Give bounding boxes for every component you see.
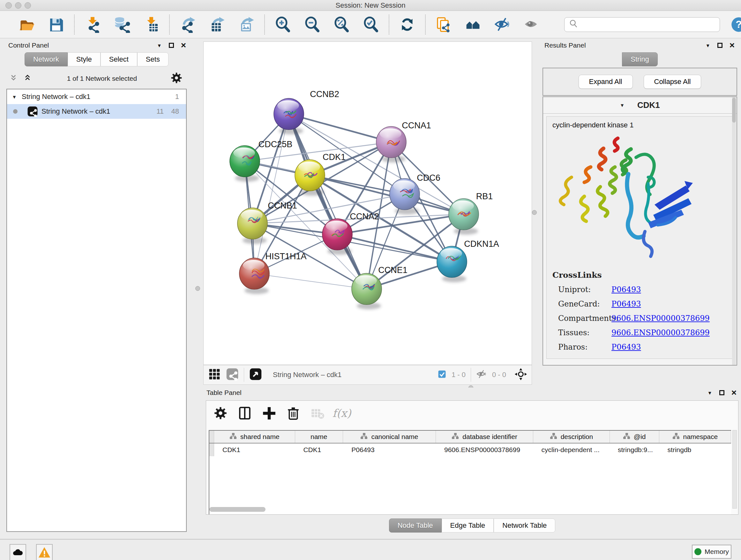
show-columns-icon[interactable] [238,406,252,421]
checkbox-icon[interactable] [437,370,447,380]
network-node-CDKN1A[interactable]: CDKN1A [437,239,499,282]
window-close-button[interactable] [5,2,12,9]
panel-close-icon[interactable]: × [181,43,186,48]
gene-name: CDK1 [637,100,660,110]
grid-view-icon[interactable] [208,368,221,382]
zoom-out-icon[interactable] [303,16,321,34]
tab-edge-table[interactable]: Edge Table [442,518,494,533]
search-box[interactable] [564,17,720,32]
export-table-icon[interactable] [208,16,226,34]
table-cell[interactable]: CDK1 [214,443,295,456]
panel-minimize-icon[interactable]: ▼ [157,43,162,48]
tab-node-table[interactable]: Node Table [389,518,442,533]
tree-collapse-icon[interactable]: ▼ [7,94,22,100]
show-all-icon[interactable] [523,16,541,34]
export-image-icon[interactable] [238,16,255,34]
new-network-from-selection-icon[interactable] [434,16,453,34]
import-network-database-icon[interactable] [113,16,131,34]
crosslink-link[interactable]: 9606.ENSP00000378699 [611,314,710,323]
expand-all-button[interactable]: Expand All [579,75,633,89]
table-cell[interactable]: 9606.ENSP00000378699 [436,443,533,456]
network-node-CDC25B[interactable]: CDC25B [230,139,292,182]
refresh-view-icon[interactable] [398,16,416,34]
crosslink-link[interactable]: P06493 [611,343,641,352]
tree-expand-collapse-icons[interactable] [10,73,34,84]
column-header-shared-name[interactable]: shared name [214,431,295,443]
left-splitter-handle[interactable] [195,286,200,291]
network-node-RB1[interactable]: RB1 [449,192,493,235]
window-minimize-button[interactable] [15,2,21,9]
add-column-icon[interactable] [262,406,276,421]
panel-close-icon[interactable]: × [731,390,737,395]
crosslink-link[interactable]: P06493 [611,285,641,294]
panel-float-icon[interactable] [719,390,724,395]
navigator-icon[interactable] [249,368,262,382]
table-row[interactable]: CDK1CDK1P064939606.ENSP00000378699cyclin… [209,443,731,456]
collapse-all-icon[interactable] [10,73,20,84]
table-vertical-scrollbar[interactable] [732,430,737,509]
window-zoom-button[interactable] [24,2,31,9]
node-table[interactable]: shared namenamecanonical namedatabase id… [209,430,731,514]
expand-all-icon[interactable] [24,73,34,84]
memory-button[interactable]: Memory [692,545,731,559]
tab-network[interactable]: Network [24,52,68,66]
right-splitter-handle[interactable] [532,210,537,215]
network-canvas[interactable]: CCNB2 CCNA1 CDC25B CDK1 CDC6 RB1 CCNB1 [203,42,532,365]
table-cell[interactable]: stringdb [659,443,731,456]
help-icon[interactable]: ? [731,17,741,33]
zoom-in-icon[interactable] [274,16,292,34]
tab-select[interactable]: Select [100,52,137,66]
crosshair-icon[interactable] [515,368,527,382]
panel-close-icon[interactable]: × [730,43,735,48]
tab-network-table[interactable]: Network Table [494,518,555,533]
panel-minimize-icon[interactable]: ▼ [705,43,711,48]
save-session-icon[interactable] [47,16,65,34]
network-node-HIST1H1A[interactable]: HIST1H1A [239,252,307,294]
network-node-CCNB2[interactable]: CCNB2 [274,89,339,134]
zoom-fit-icon[interactable] [333,16,350,34]
delete-column-icon[interactable] [286,406,300,421]
table-cell[interactable]: P06493 [343,443,436,456]
collapse-all-button[interactable]: Collapse All [644,75,701,89]
cloud-icon[interactable] [10,544,26,560]
crosslink-link[interactable]: P06493 [611,300,641,308]
column-header-name[interactable]: name [295,431,343,443]
column-header--id[interactable]: @id [610,431,659,443]
table-settings-gear-icon[interactable] [213,406,228,421]
zoom-selected-icon[interactable] [362,16,380,34]
share-view-icon[interactable] [226,368,239,382]
column-header-database-identifier[interactable]: database identifier [436,431,533,443]
column-header-canonical-name[interactable]: canonical name [343,431,436,443]
collection-count: 1 [175,92,186,101]
column-header-namespace[interactable]: namespace [659,431,731,443]
search-input[interactable] [579,21,720,28]
table-cell[interactable]: cyclin-dependent ... [533,443,610,456]
network-collection-row[interactable]: ▼ String Network – cdk1 1 [7,89,186,104]
table-cell[interactable]: CDK1 [295,443,343,456]
tab-style[interactable]: Style [68,52,100,66]
network-graph[interactable]: CCNB2 CCNA1 CDC25B CDK1 CDC6 RB1 CCNB1 [204,42,532,365]
gear-icon[interactable] [170,71,183,85]
panel-minimize-icon[interactable]: ▼ [708,390,712,395]
import-table-icon[interactable] [142,16,160,34]
table-cell[interactable]: stringdb:9... [610,443,659,456]
network-node-CCNA1[interactable]: CCNA1 [376,121,431,163]
results-scrollbar[interactable] [732,97,736,365]
triangle-down-icon[interactable]: ▼ [620,103,624,108]
network-node-CCNE1[interactable]: CCNE1 [352,265,408,309]
crosslink-link[interactable]: 9606.ENSP00000378699 [611,328,710,337]
table-horizontal-scrollbar[interactable] [209,507,266,512]
first-neighbors-icon[interactable] [464,16,482,34]
tab-sets[interactable]: Sets [137,52,169,66]
hide-selected-icon[interactable] [493,16,511,34]
column-header-description[interactable]: description [533,431,610,443]
export-network-icon[interactable] [179,16,197,34]
import-network-icon[interactable] [84,16,102,34]
tab-string[interactable]: String [622,52,657,66]
panel-float-icon[interactable] [718,43,723,48]
network-row[interactable]: String Network – cdk1 11 48 [7,104,186,119]
hierarchy-icon [672,433,680,441]
open-session-icon[interactable] [18,16,36,34]
warning-icon[interactable] [36,544,53,560]
panel-float-icon[interactable] [169,43,174,48]
